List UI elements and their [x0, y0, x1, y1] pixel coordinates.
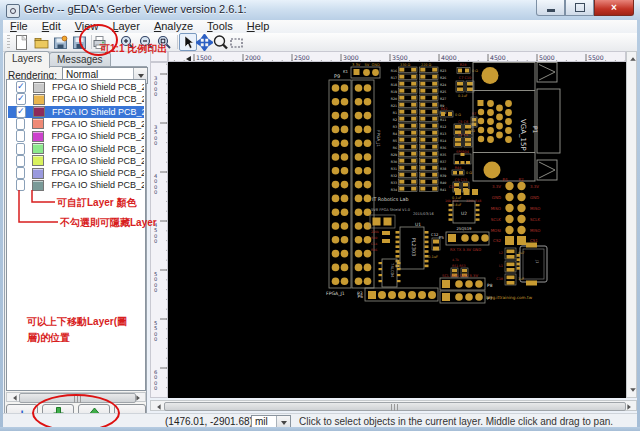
layer-color-swatch[interactable] [33, 106, 45, 117]
open-button[interactable] [32, 33, 50, 51]
canvas-hscrollbar[interactable] [150, 400, 637, 411]
menu-edit[interactable]: Edit [35, 20, 68, 33]
menu-tools[interactable]: Tools [200, 20, 240, 33]
svg-text:0.1uF: 0.1uF [428, 255, 438, 259]
pointer-icon [180, 34, 196, 51]
layer-color-swatch[interactable] [32, 131, 44, 142]
svg-text:FPGA_J1: FPGA_J1 [376, 130, 381, 147]
svg-text:R29: R29 [391, 153, 397, 157]
canvas-vscrollbar[interactable] [626, 51, 637, 398]
svg-text:R16: R16 [391, 69, 397, 73]
svg-text:220 Ω: 220 Ω [421, 63, 432, 67]
svg-text:R36: R36 [440, 146, 446, 150]
menu-file[interactable]: File [3, 20, 35, 33]
layer-row-7[interactable]: FPGA IO Shield PCB_20160225- [8, 155, 144, 167]
scroll-down-icon[interactable] [628, 387, 637, 396]
layer-row-1[interactable]: ✓FPGA IO Shield PCB_20160225- [8, 81, 144, 93]
svg-text:2015/03/16: 2015/03/16 [413, 212, 434, 216]
status-bar: (1476.01, -2901.68) mil Click to select … [3, 413, 637, 428]
svg-text:PL2303: PL2303 [411, 238, 417, 257]
new-button[interactable] [12, 33, 30, 51]
menu-layer[interactable]: Layer [105, 20, 147, 33]
menu-help[interactable]: Help [240, 20, 277, 33]
gerber-canvas[interactable]: P9 FPGA_J1 FPGA_J1 P3 3.3V 5V GND K1 330… [168, 62, 626, 398]
measure-tool-button[interactable] [227, 33, 245, 51]
svg-text:74LC04: 74LC04 [390, 263, 395, 278]
app-icon [6, 4, 20, 18]
menu-analyze[interactable]: Analyze [147, 20, 200, 33]
layer-color-swatch[interactable] [32, 168, 44, 179]
layer-row-6[interactable]: FPGA IO Shield PCB_20160225- [8, 143, 144, 155]
svg-text:R37: R37 [440, 160, 446, 164]
layer-row-3[interactable]: ✓FPGA IO Shield PCB_20160225- [8, 106, 144, 118]
layer-visibility-checkbox[interactable]: ✓ [16, 93, 26, 105]
menu-view[interactable]: View [68, 20, 106, 33]
scroll-up-icon[interactable] [628, 53, 637, 62]
scroll-right-icon[interactable] [134, 394, 144, 402]
layer-visibility-checkbox[interactable] [16, 130, 25, 142]
svg-text:4.7k: 4.7k [452, 258, 459, 262]
revert-button[interactable] [51, 33, 69, 51]
layer-visibility-checkbox[interactable] [16, 179, 25, 191]
layer-color-swatch[interactable] [32, 155, 44, 166]
layer-color-swatch[interactable] [33, 94, 45, 105]
layer-visibility-checkbox[interactable]: ✓ [16, 81, 26, 93]
layer-row-2[interactable]: ✓FPGA IO Shield PCB_20160225- [8, 93, 144, 105]
save-button[interactable] [70, 33, 88, 51]
svg-text:P2: P2 [518, 177, 524, 182]
toolbar-grip [7, 35, 10, 49]
window-border-left [0, 20, 3, 431]
layer-color-swatch[interactable] [32, 180, 44, 191]
title-bar[interactable]: Gerbv -- gEDA's Gerber Viewer version 2.… [0, 0, 640, 21]
svg-text:R3: R3 [393, 125, 397, 129]
svg-text:R11: R11 [440, 118, 446, 122]
cursor-coordinates: (1476.01, -2901.68) [165, 416, 253, 427]
color-annotation: 可自訂Layer 顏色 [57, 196, 136, 210]
maximize-button[interactable] [565, 0, 594, 16]
svg-text:R26: R26 [440, 76, 446, 80]
svg-text:R21: R21 [391, 104, 397, 108]
layer-color-swatch[interactable] [32, 118, 44, 129]
svg-text:SP0504: SP0504 [456, 150, 469, 154]
open-folder-icon [33, 34, 50, 51]
svg-text:SCLK: SCLK [530, 217, 541, 222]
svg-text:IT Robotics Lab: IT Robotics Lab [372, 197, 408, 202]
horizontal-ruler: 150020002500300035004000450050005500 [168, 51, 626, 62]
layer-row-9[interactable]: FPGA IO Shield PCB_20160225- [8, 179, 144, 191]
svg-text:C14: C14 [371, 242, 377, 246]
svg-text:MOSI: MOSI [491, 228, 501, 233]
close-button[interactable]: × [594, 0, 634, 16]
svg-text:R40: R40 [371, 236, 377, 240]
tab-layers[interactable]: Layers [4, 51, 50, 68]
layer-color-swatch[interactable] [33, 82, 45, 93]
scroll-thumb[interactable] [19, 393, 136, 403]
svg-text:GND: GND [492, 195, 501, 200]
svg-text:2000: 2000 [245, 54, 261, 61]
layer-color-swatch[interactable] [32, 143, 44, 154]
layer-visibility-checkbox[interactable] [16, 167, 25, 179]
svg-text:0 Ω: 0 Ω [455, 113, 461, 117]
minimize-button[interactable] [536, 0, 565, 16]
layer-row-5[interactable]: FPGA IO Shield PCB_20160225- [8, 130, 144, 142]
layer-row-8[interactable]: FPGA IO Shield PCB_20160225- [8, 167, 144, 179]
scroll-right-icon[interactable] [625, 402, 635, 411]
scroll-left-icon[interactable] [152, 402, 162, 411]
svg-text:R41: R41 [440, 188, 446, 192]
svg-text:C18: C18 [496, 277, 503, 281]
layer-visibility-checkbox[interactable] [16, 155, 25, 167]
layer-name: FPGA IO Shield PCB_20160225- [51, 156, 144, 166]
svg-text:R32: R32 [391, 174, 397, 178]
save-icon [71, 34, 88, 51]
layer-row-4[interactable]: FPGA IO Shield PCB_20160225- [8, 118, 144, 130]
scroll-thumb[interactable] [164, 402, 626, 411]
layer-visibility-checkbox[interactable]: ✓ [16, 106, 26, 118]
svg-text:C15: C15 [449, 185, 456, 189]
scroll-left-icon[interactable] [8, 394, 18, 402]
svg-text:6000: 6000 [154, 369, 157, 391]
layer-list-hscrollbar[interactable] [6, 392, 146, 402]
svg-text:R19: R19 [391, 90, 397, 94]
layer-visibility-checkbox[interactable] [16, 118, 25, 130]
svg-text:L1: L1 [499, 264, 503, 268]
layer-visibility-checkbox[interactable] [16, 143, 25, 155]
svg-text:CS1: CS1 [530, 238, 538, 243]
